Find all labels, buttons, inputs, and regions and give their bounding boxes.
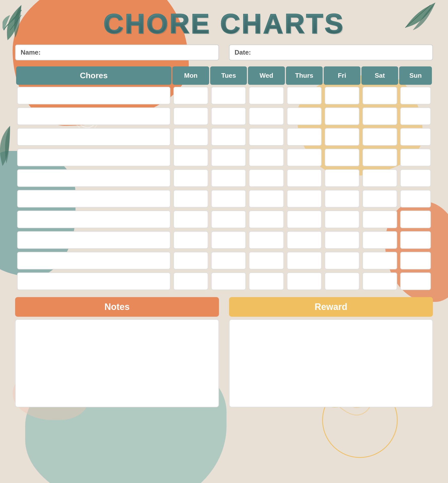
chore-input-3[interactable] [17,149,170,166]
sun-checkbox-7[interactable] [400,231,431,249]
wed-checkbox-3[interactable] [249,149,284,166]
sun-cell-1 [399,106,432,126]
tues-checkbox-1[interactable] [211,107,246,125]
chore-cell-5 [16,189,171,209]
fri-cell-1 [324,106,360,126]
sat-checkbox-0[interactable] [362,87,397,104]
tues-checkbox-8[interactable] [211,252,246,269]
tues-checkbox-3[interactable] [211,149,246,166]
chore-input-9[interactable] [17,272,170,290]
wed-cell-8 [248,251,285,270]
fri-checkbox-1[interactable] [325,107,359,125]
sat-checkbox-8[interactable] [362,252,397,269]
thurs-checkbox-0[interactable] [287,87,322,104]
tues-checkbox-6[interactable] [211,211,246,228]
sun-checkbox-3[interactable] [400,149,431,166]
thurs-cell-4 [286,168,323,188]
wed-checkbox-2[interactable] [249,128,284,146]
fri-checkbox-3[interactable] [325,149,359,166]
sat-checkbox-9[interactable] [362,272,397,290]
fri-checkbox-8[interactable] [325,252,359,269]
mon-cell-0 [172,86,209,105]
chore-input-6[interactable] [17,211,170,228]
sun-checkbox-5[interactable] [400,190,431,208]
sun-cell-5 [399,189,432,209]
wed-checkbox-4[interactable] [249,169,284,187]
mon-checkbox-8[interactable] [173,252,208,269]
chore-input-4[interactable] [17,169,170,187]
thurs-checkbox-1[interactable] [287,107,322,125]
wed-cell-9 [248,271,285,291]
fri-checkbox-4[interactable] [325,169,359,187]
sat-checkbox-1[interactable] [362,107,397,125]
thurs-checkbox-3[interactable] [287,149,322,166]
sat-checkbox-2[interactable] [362,128,397,146]
mon-checkbox-1[interactable] [173,107,208,125]
chore-input-2[interactable] [17,128,170,146]
table-row [16,210,432,229]
tues-checkbox-7[interactable] [211,231,246,249]
thurs-header: Thurs [286,66,323,85]
wed-checkbox-0[interactable] [249,87,284,104]
wed-checkbox-1[interactable] [249,107,284,125]
fri-cell-0 [324,86,360,105]
sun-checkbox-1[interactable] [400,107,431,125]
mon-checkbox-9[interactable] [173,272,208,290]
fri-checkbox-2[interactable] [325,128,359,146]
thurs-checkbox-9[interactable] [287,272,322,290]
sun-checkbox-0[interactable] [400,87,431,104]
mon-checkbox-3[interactable] [173,149,208,166]
fri-checkbox-0[interactable] [325,87,359,104]
chore-input-8[interactable] [17,252,170,269]
tues-checkbox-0[interactable] [211,87,246,104]
mon-checkbox-2[interactable] [173,128,208,146]
sun-checkbox-4[interactable] [400,169,431,187]
fri-checkbox-7[interactable] [325,231,359,249]
sun-checkbox-6[interactable] [400,211,431,228]
tues-checkbox-5[interactable] [211,190,246,208]
notes-content[interactable] [15,319,219,407]
wed-checkbox-7[interactable] [249,231,284,249]
thurs-checkbox-2[interactable] [287,128,322,146]
mon-checkbox-0[interactable] [173,87,208,104]
tues-checkbox-9[interactable] [211,272,246,290]
sat-checkbox-4[interactable] [362,169,397,187]
chore-input-0[interactable] [17,87,170,104]
date-input[interactable] [253,49,427,56]
chore-input-7[interactable] [17,231,170,249]
name-label: Name: [21,49,41,56]
tues-checkbox-4[interactable] [211,169,246,187]
sat-checkbox-3[interactable] [362,149,397,166]
wed-checkbox-9[interactable] [249,272,284,290]
fri-checkbox-9[interactable] [325,272,359,290]
sat-checkbox-5[interactable] [362,190,397,208]
thurs-checkbox-6[interactable] [287,211,322,228]
thurs-checkbox-8[interactable] [287,252,322,269]
sun-checkbox-2[interactable] [400,128,431,146]
wed-checkbox-5[interactable] [249,190,284,208]
sun-header: Sun [399,66,432,85]
reward-content[interactable] [229,319,433,407]
chore-input-1[interactable] [17,107,170,125]
fri-cell-9 [324,271,360,291]
mon-checkbox-5[interactable] [173,190,208,208]
sat-checkbox-6[interactable] [362,211,397,228]
title-area: CHORE CHARTS [15,8,433,39]
wed-checkbox-8[interactable] [249,252,284,269]
thurs-checkbox-5[interactable] [287,190,322,208]
mon-checkbox-7[interactable] [173,231,208,249]
thurs-checkbox-7[interactable] [287,231,322,249]
thurs-checkbox-4[interactable] [287,169,322,187]
mon-checkbox-4[interactable] [173,169,208,187]
sun-checkbox-8[interactable] [400,252,431,269]
wed-checkbox-6[interactable] [249,211,284,228]
sun-checkbox-9[interactable] [400,272,431,290]
name-input[interactable] [43,49,213,56]
sat-checkbox-7[interactable] [362,231,397,249]
tues-checkbox-2[interactable] [211,128,246,146]
chore-input-5[interactable] [17,190,170,208]
fri-checkbox-5[interactable] [325,190,359,208]
sun-cell-2 [399,127,432,147]
fri-checkbox-6[interactable] [325,211,359,228]
mon-checkbox-6[interactable] [173,211,208,228]
